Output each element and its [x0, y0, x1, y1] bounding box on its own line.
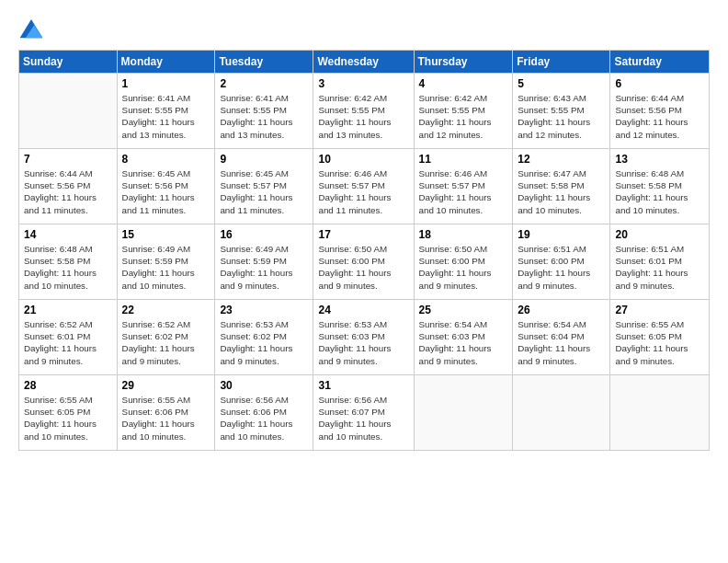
- day-detail: Sunrise: 6:51 AM Sunset: 6:00 PM Dayligh…: [518, 243, 605, 292]
- weekday-header-friday: Friday: [513, 51, 610, 74]
- calendar-cell: 14Sunrise: 6:48 AM Sunset: 5:58 PM Dayli…: [19, 224, 118, 300]
- calendar-cell: 29Sunrise: 6:55 AM Sunset: 6:06 PM Dayli…: [117, 375, 215, 451]
- day-number: 12: [518, 153, 605, 166]
- day-number: 31: [318, 379, 408, 392]
- calendar-cell: [513, 375, 610, 451]
- calendar-cell: [610, 375, 710, 451]
- day-detail: Sunrise: 6:55 AM Sunset: 6:05 PM Dayligh…: [615, 318, 704, 367]
- weekday-header-wednesday: Wednesday: [313, 51, 414, 74]
- calendar-cell: 10Sunrise: 6:46 AM Sunset: 5:57 PM Dayli…: [313, 149, 414, 224]
- day-detail: Sunrise: 6:49 AM Sunset: 5:59 PM Dayligh…: [122, 243, 210, 292]
- day-number: 9: [220, 153, 308, 166]
- day-number: 18: [419, 228, 508, 241]
- day-number: 22: [122, 304, 210, 316]
- day-number: 14: [24, 228, 112, 241]
- weekday-header-row: SundayMondayTuesdayWednesdayThursdayFrid…: [19, 51, 710, 74]
- day-number: 13: [615, 153, 704, 166]
- day-detail: Sunrise: 6:41 AM Sunset: 5:55 PM Dayligh…: [122, 92, 210, 141]
- day-detail: Sunrise: 6:44 AM Sunset: 5:56 PM Dayligh…: [24, 167, 112, 216]
- calendar-cell: 23Sunrise: 6:53 AM Sunset: 6:02 PM Dayli…: [215, 300, 313, 375]
- day-number: 23: [220, 304, 308, 316]
- day-detail: Sunrise: 6:55 AM Sunset: 6:05 PM Dayligh…: [24, 394, 112, 442]
- day-number: 11: [419, 153, 508, 166]
- day-detail: Sunrise: 6:56 AM Sunset: 6:07 PM Dayligh…: [318, 394, 408, 442]
- calendar-cell: 26Sunrise: 6:54 AM Sunset: 6:04 PM Dayli…: [513, 300, 610, 375]
- day-number: 30: [220, 379, 308, 392]
- calendar-cell: 17Sunrise: 6:50 AM Sunset: 6:00 PM Dayli…: [313, 224, 414, 300]
- calendar-cell: 25Sunrise: 6:54 AM Sunset: 6:03 PM Dayli…: [414, 300, 513, 375]
- day-number: 3: [318, 77, 408, 90]
- day-number: 15: [122, 228, 210, 241]
- day-number: 27: [615, 304, 704, 316]
- calendar-cell: 9Sunrise: 6:45 AM Sunset: 5:57 PM Daylig…: [215, 149, 313, 224]
- calendar-cell: 12Sunrise: 6:47 AM Sunset: 5:58 PM Dayli…: [513, 149, 610, 224]
- calendar-cell: 27Sunrise: 6:55 AM Sunset: 6:05 PM Dayli…: [610, 300, 710, 375]
- day-number: 5: [518, 77, 605, 90]
- day-detail: Sunrise: 6:52 AM Sunset: 6:02 PM Dayligh…: [122, 318, 210, 367]
- calendar-cell: [19, 74, 118, 149]
- day-detail: Sunrise: 6:53 AM Sunset: 6:02 PM Dayligh…: [220, 318, 308, 367]
- day-detail: Sunrise: 6:45 AM Sunset: 5:57 PM Dayligh…: [220, 167, 308, 216]
- day-number: 29: [122, 379, 210, 392]
- calendar-cell: 24Sunrise: 6:53 AM Sunset: 6:03 PM Dayli…: [313, 300, 414, 375]
- day-detail: Sunrise: 6:50 AM Sunset: 6:00 PM Dayligh…: [318, 243, 408, 292]
- day-detail: Sunrise: 6:56 AM Sunset: 6:06 PM Dayligh…: [220, 394, 308, 442]
- logo-icon: [18, 17, 44, 42]
- calendar-cell: 18Sunrise: 6:50 AM Sunset: 6:00 PM Dayli…: [414, 224, 513, 300]
- day-detail: Sunrise: 6:46 AM Sunset: 5:57 PM Dayligh…: [318, 167, 408, 216]
- week-row-3: 14Sunrise: 6:48 AM Sunset: 5:58 PM Dayli…: [19, 224, 710, 300]
- weekday-header-sunday: Sunday: [19, 51, 118, 74]
- week-row-2: 7Sunrise: 6:44 AM Sunset: 5:56 PM Daylig…: [19, 149, 710, 224]
- calendar-cell: 3Sunrise: 6:42 AM Sunset: 5:55 PM Daylig…: [313, 74, 414, 149]
- calendar-cell: 13Sunrise: 6:48 AM Sunset: 5:58 PM Dayli…: [610, 149, 710, 224]
- page-container: SundayMondayTuesdayWednesdayThursdayFrid…: [0, 0, 728, 460]
- day-number: 4: [419, 77, 508, 90]
- day-detail: Sunrise: 6:42 AM Sunset: 5:55 PM Dayligh…: [318, 92, 408, 141]
- week-row-1: 1Sunrise: 6:41 AM Sunset: 5:55 PM Daylig…: [19, 74, 710, 149]
- calendar-cell: 11Sunrise: 6:46 AM Sunset: 5:57 PM Dayli…: [414, 149, 513, 224]
- day-number: 7: [24, 153, 112, 166]
- day-number: 21: [24, 304, 112, 316]
- day-detail: Sunrise: 6:53 AM Sunset: 6:03 PM Dayligh…: [318, 318, 408, 367]
- day-detail: Sunrise: 6:47 AM Sunset: 5:58 PM Dayligh…: [518, 167, 605, 216]
- day-number: 20: [615, 228, 704, 241]
- day-number: 2: [220, 77, 308, 90]
- day-number: 26: [518, 304, 605, 316]
- day-detail: Sunrise: 6:55 AM Sunset: 6:06 PM Dayligh…: [122, 394, 210, 442]
- day-number: 1: [122, 77, 210, 90]
- calendar-cell: 8Sunrise: 6:45 AM Sunset: 5:56 PM Daylig…: [117, 149, 215, 224]
- logo: [18, 17, 48, 42]
- day-number: 28: [24, 379, 112, 392]
- day-detail: Sunrise: 6:50 AM Sunset: 6:00 PM Dayligh…: [419, 243, 508, 292]
- day-detail: Sunrise: 6:46 AM Sunset: 5:57 PM Dayligh…: [419, 167, 508, 216]
- day-detail: Sunrise: 6:43 AM Sunset: 5:55 PM Dayligh…: [518, 92, 605, 141]
- day-detail: Sunrise: 6:42 AM Sunset: 5:55 PM Dayligh…: [419, 92, 508, 141]
- day-detail: Sunrise: 6:41 AM Sunset: 5:55 PM Dayligh…: [220, 92, 308, 141]
- calendar-cell: 22Sunrise: 6:52 AM Sunset: 6:02 PM Dayli…: [117, 300, 215, 375]
- day-number: 8: [122, 153, 210, 166]
- day-detail: Sunrise: 6:52 AM Sunset: 6:01 PM Dayligh…: [24, 318, 112, 367]
- day-number: 24: [318, 304, 408, 316]
- week-row-5: 28Sunrise: 6:55 AM Sunset: 6:05 PM Dayli…: [19, 375, 710, 451]
- calendar-cell: 15Sunrise: 6:49 AM Sunset: 5:59 PM Dayli…: [117, 224, 215, 300]
- day-detail: Sunrise: 6:44 AM Sunset: 5:56 PM Dayligh…: [615, 92, 704, 141]
- day-number: 16: [220, 228, 308, 241]
- weekday-header-monday: Monday: [117, 51, 215, 74]
- day-detail: Sunrise: 6:49 AM Sunset: 5:59 PM Dayligh…: [220, 243, 308, 292]
- day-detail: Sunrise: 6:51 AM Sunset: 6:01 PM Dayligh…: [615, 243, 704, 292]
- calendar-cell: 16Sunrise: 6:49 AM Sunset: 5:59 PM Dayli…: [215, 224, 313, 300]
- calendar: SundayMondayTuesdayWednesdayThursdayFrid…: [18, 50, 710, 451]
- calendar-cell: 1Sunrise: 6:41 AM Sunset: 5:55 PM Daylig…: [117, 74, 215, 149]
- calendar-cell: 28Sunrise: 6:55 AM Sunset: 6:05 PM Dayli…: [19, 375, 118, 451]
- calendar-cell: 5Sunrise: 6:43 AM Sunset: 5:55 PM Daylig…: [513, 74, 610, 149]
- calendar-cell: 19Sunrise: 6:51 AM Sunset: 6:00 PM Dayli…: [513, 224, 610, 300]
- day-detail: Sunrise: 6:54 AM Sunset: 6:03 PM Dayligh…: [419, 318, 508, 367]
- day-number: 17: [318, 228, 408, 241]
- calendar-cell: [414, 375, 513, 451]
- day-detail: Sunrise: 6:54 AM Sunset: 6:04 PM Dayligh…: [518, 318, 605, 367]
- calendar-cell: 20Sunrise: 6:51 AM Sunset: 6:01 PM Dayli…: [610, 224, 710, 300]
- day-detail: Sunrise: 6:48 AM Sunset: 5:58 PM Dayligh…: [615, 167, 704, 216]
- weekday-header-tuesday: Tuesday: [215, 51, 313, 74]
- day-number: 6: [615, 77, 704, 90]
- day-detail: Sunrise: 6:48 AM Sunset: 5:58 PM Dayligh…: [24, 243, 112, 292]
